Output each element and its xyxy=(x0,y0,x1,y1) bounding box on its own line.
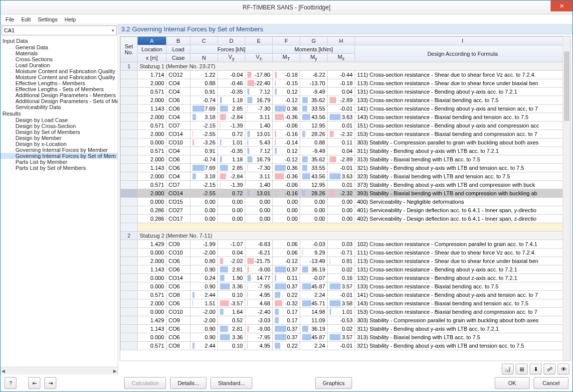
tree-item[interactable]: General Data xyxy=(0,44,118,50)
grid-toolbar: 📊⊞⬇☍👁 xyxy=(118,363,573,375)
help-button[interactable]: ? xyxy=(4,377,16,389)
table-row[interactable]: 2.000CO43.18-2.843.11-0.3643.563.63323) … xyxy=(121,172,571,181)
eye-icon[interactable]: 👁 xyxy=(558,364,570,375)
table-row[interactable]: 0.571CO82.440.104.950.222.24-0.01141) Cr… xyxy=(121,291,571,299)
table-row[interactable]: 0.000CO60.903.36-7.950.3745.873.57313) S… xyxy=(121,333,571,342)
details-button[interactable]: Details... xyxy=(170,377,206,389)
vertical-scrollbar[interactable] xyxy=(563,36,571,361)
table-row[interactable]: 0.286CO270.000.000.000.000.000.00401) Se… xyxy=(121,206,571,215)
tree-group: Input Data xyxy=(0,37,118,44)
table-row[interactable]: 2.000CO6-0.741.1816.79-0.1235.62-2.89313… xyxy=(121,155,571,164)
tree-item[interactable]: Governing Internal Forces by Member xyxy=(0,147,118,153)
tree-item[interactable]: Additional Design Parameters - Members xyxy=(0,92,118,98)
scroll-left-icon[interactable]: ◀ xyxy=(1,369,5,374)
tree-item[interactable]: Load Duration xyxy=(0,62,118,68)
table-row[interactable]: 0.000CO150.000.000.000.000.000.00400) Se… xyxy=(121,198,571,206)
case-combo-value: CA1 xyxy=(4,27,14,33)
table-row[interactable]: 2.000CO61.51-3.574.68-0.3245.713.58143) … xyxy=(121,299,571,308)
tree-item[interactable]: Effective Lengths - Sets of Members xyxy=(0,86,118,92)
menu-file[interactable]: File xyxy=(5,16,14,22)
graphics-button[interactable]: Graphics xyxy=(315,377,352,389)
navigation-tree[interactable]: Input DataGeneral DataMaterialsCross-Sec… xyxy=(0,36,118,367)
table-row[interactable]: 2.000CO6-0.741.1816.79-0.1235.62-2.89133… xyxy=(121,96,571,105)
scroll-right-icon[interactable]: ▶ xyxy=(113,369,117,374)
menu-edit[interactable]: Edit xyxy=(21,16,31,22)
menu-help[interactable]: Help xyxy=(64,16,76,22)
case-combo[interactable]: CA1 ▾ xyxy=(1,25,117,35)
tree-item[interactable]: Moisture Content and Fabrication Quality xyxy=(0,74,118,80)
tree-item[interactable]: Additional Design Parameters - Sets of M… xyxy=(0,98,118,104)
table-row[interactable]: 1.143CO67.692.85-7.300.3633.55-0.01141) … xyxy=(121,105,571,113)
chevron-down-icon: ▾ xyxy=(112,28,114,33)
table-row[interactable]: 0.000CO140.241.9014.770.11-0.070.16132) … xyxy=(121,274,571,282)
standard-button[interactable]: Standard... xyxy=(210,377,252,389)
table-row[interactable]: 0.571CO40.91-0.357.120.12-9.490.04131) C… xyxy=(121,88,571,96)
data-grid[interactable]: SetNo. ABCDEFGHI LocationLoadForces [kN]… xyxy=(120,36,571,361)
tree-item[interactable]: Moisture Content and Fabrication Quality xyxy=(0,68,118,74)
table-row[interactable]: 1.143CO60.902.81-9.000.3736.190.02131) C… xyxy=(121,265,571,274)
table-icon[interactable]: ⊞ xyxy=(516,364,528,375)
table-row[interactable]: 2.000CO14-2.550.7213.01-0.1628.26-2.3215… xyxy=(121,130,571,138)
tree-item[interactable]: Serviceability Data xyxy=(0,104,118,110)
tree-item[interactable]: Design by Member xyxy=(0,135,118,141)
calculation-button[interactable]: Calculation xyxy=(124,377,166,389)
table-row[interactable]: 2.000CO43.18-2.843.11-0.3643.563.63143) … xyxy=(121,113,571,122)
group-header-row: 2Stabzug 2 (Member No. 7-11) xyxy=(121,232,571,240)
window-title: RF-TIMBER SANS - [Footbridge] xyxy=(242,4,330,11)
tree-item[interactable]: Parts List by Set of Members xyxy=(0,165,118,171)
sidebar-hscroll[interactable]: ◀ ▶ xyxy=(0,367,118,375)
sidebar: CA1 ▾ Input DataGeneral DataMaterialsCro… xyxy=(0,24,118,375)
table-row[interactable]: 0.571CO82.440.104.950.222.24-0.01321) St… xyxy=(121,342,571,350)
table-row[interactable]: 0.571CO7-2.15-1.391.40-0.0612.950.01151)… xyxy=(121,122,571,130)
titlebar: RF-TIMBER SANS - [Footbridge] ✕ xyxy=(0,0,573,14)
cancel-button[interactable]: Cancel xyxy=(534,377,569,389)
table-row[interactable]: 1.429CO9-1.99-1.07-6.830.06-0.030.03102)… xyxy=(121,240,571,249)
tree-item[interactable]: Cross-Sections xyxy=(0,56,118,62)
nav-next-button[interactable]: ⇥ xyxy=(44,377,56,389)
tree-item[interactable]: Parts List by Member xyxy=(0,159,118,165)
filter-icon[interactable]: ☍ xyxy=(544,364,556,375)
menubar: File Edit Settings Help xyxy=(0,14,573,24)
menu-settings[interactable]: Settings xyxy=(38,16,58,22)
excel-icon[interactable]: ⬇ xyxy=(530,364,542,375)
table-row[interactable]: 2.000CO14-2.550.7213.01-0.1628.26-2.3239… xyxy=(121,189,571,198)
page-heading: 3.2 Governing Internal Forces by Set of … xyxy=(118,24,573,34)
tree-item[interactable]: Governing Internal Forces by Set of Mem xyxy=(0,153,118,159)
ok-button[interactable]: OK xyxy=(495,377,530,389)
tree-item[interactable]: Design by Set of Members xyxy=(0,129,118,135)
chart-icon[interactable]: 📊 xyxy=(502,364,514,375)
tree-item[interactable]: Effective Lengths - Members xyxy=(0,80,118,86)
table-row[interactable]: 0.571CO40.91-0.357.120.12-9.490.04311) S… xyxy=(121,147,571,155)
table-row[interactable]: 0.000CO10-2.000.04-6.210.069.29-0.71111)… xyxy=(121,249,571,257)
footer: ? ⇤ ⇥ Calculation Details... Standard...… xyxy=(0,375,573,392)
table-row[interactable]: 2.000CO40.88-0.46-22.40-0.15-13.70-0.181… xyxy=(121,79,571,88)
table-row[interactable]: 1.714CO121.22-0.04-17.80-0.18-6.22-0.441… xyxy=(121,71,571,79)
table-row[interactable]: 0.000CO10-3.261.015.43-0.140.880.11303) … xyxy=(121,138,571,147)
tree-item[interactable]: Design by x-Location xyxy=(0,141,118,147)
table-row[interactable]: 2.000CO60.80-2.02-21.75-0.12-13.490.8111… xyxy=(121,257,571,265)
group-header-row: 1Stabzug 1 (Member No. 23-27) xyxy=(121,62,571,71)
close-button[interactable]: ✕ xyxy=(551,0,573,11)
table-row[interactable]: 1.429CO9-2.000.52-3.030.1711.09-0.53303)… xyxy=(121,316,571,325)
tree-item[interactable]: Design by Cross-Section xyxy=(0,123,118,129)
table-row[interactable]: 1.143CO67.692.85-7.300.3633.55-0.01321) … xyxy=(121,164,571,172)
table-row[interactable]: 0.000CO60.903.36-7.950.3745.873.57133) C… xyxy=(121,282,571,291)
table-row[interactable]: 0.286CO170.000.000.000.000.000.00402) Se… xyxy=(121,215,571,223)
table-row[interactable]: 0.571CO7-2.15-1.391.40-0.0612.950.01373)… xyxy=(121,181,571,189)
tree-item[interactable]: Design by Load Case xyxy=(0,117,118,123)
tree-item[interactable]: Materials xyxy=(0,50,118,56)
nav-prev-button[interactable]: ⇤ xyxy=(28,377,40,389)
tree-group: Results xyxy=(0,110,118,117)
table-row[interactable]: 1.143CO60.902.81-9.000.3736.190.02311) S… xyxy=(121,325,571,333)
table-row[interactable]: 0.000CO10-2.001.64-2.400.1714.981.01153)… xyxy=(121,308,571,316)
